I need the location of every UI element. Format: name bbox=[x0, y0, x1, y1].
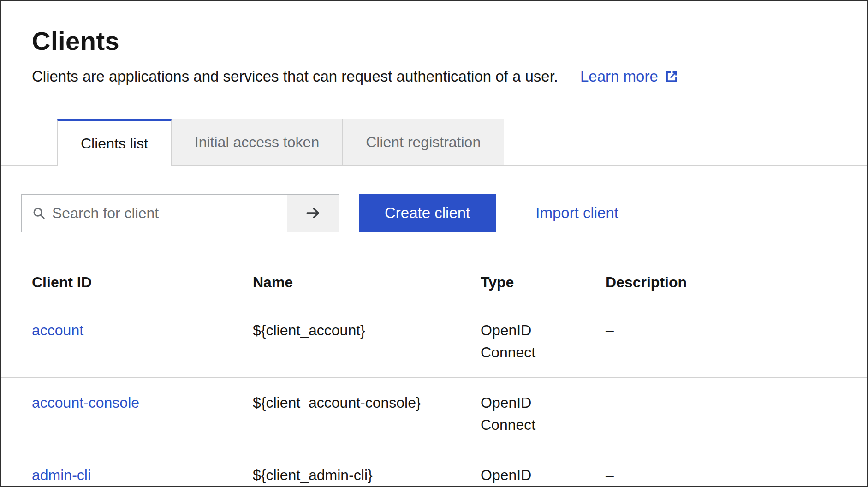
column-header-description: Description bbox=[606, 255, 867, 305]
create-client-button[interactable]: Create client bbox=[359, 194, 496, 232]
table-row: admin-cli ${client_admin-cli} OpenID Con… bbox=[1, 450, 867, 487]
tab-clients-list[interactable]: Clients list bbox=[57, 119, 172, 166]
learn-more-label: Learn more bbox=[580, 67, 658, 86]
page-subtitle: Clients are applications and services th… bbox=[32, 67, 558, 86]
tab-client-registration[interactable]: Client registration bbox=[342, 119, 504, 165]
tab-client-registration-label: Client registration bbox=[366, 134, 481, 151]
table-row: account ${client_account} OpenID Connect… bbox=[1, 305, 867, 378]
type-cell: OpenID Connect bbox=[481, 450, 606, 487]
type-text: OpenID Connect bbox=[481, 319, 564, 363]
table-header-row: Client ID Name Type Description bbox=[1, 255, 867, 305]
name-cell: ${client_account} bbox=[253, 305, 481, 378]
column-header-name: Name bbox=[253, 255, 481, 305]
tab-clients-list-label: Clients list bbox=[81, 135, 148, 152]
description-cell: – bbox=[606, 450, 867, 487]
page-title: Clients bbox=[32, 27, 836, 55]
type-cell: OpenID Connect bbox=[481, 378, 606, 450]
learn-more-link[interactable]: Learn more bbox=[580, 67, 678, 86]
type-text: OpenID Connect bbox=[481, 392, 564, 436]
search-submit-button[interactable] bbox=[287, 194, 339, 232]
name-cell: ${client_admin-cli} bbox=[253, 450, 481, 487]
type-cell: OpenID Connect bbox=[481, 305, 606, 378]
import-client-link[interactable]: Import client bbox=[535, 204, 618, 222]
arrow-right-icon bbox=[305, 205, 321, 221]
client-link[interactable]: account bbox=[32, 322, 83, 339]
tab-initial-access-token[interactable]: Initial access token bbox=[171, 119, 343, 165]
search-icon bbox=[22, 206, 52, 220]
column-header-type: Type bbox=[481, 255, 606, 305]
client-id-cell: admin-cli bbox=[1, 450, 253, 487]
description-cell: – bbox=[606, 378, 867, 450]
toolbar: Create client Import client bbox=[21, 194, 867, 232]
clients-page: Clients Clients are applications and ser… bbox=[0, 0, 868, 487]
tabs: Clients list Initial access token Client… bbox=[1, 119, 867, 166]
clients-table: Client ID Name Type Description account … bbox=[1, 255, 867, 487]
external-link-icon bbox=[665, 70, 678, 83]
column-header-client-id: Client ID bbox=[1, 255, 253, 305]
clients-table-container: Client ID Name Type Description account … bbox=[1, 255, 867, 487]
client-id-cell: account bbox=[1, 305, 253, 378]
tab-initial-access-token-label: Initial access token bbox=[195, 134, 319, 151]
type-text: OpenID Connect bbox=[481, 464, 564, 487]
client-link[interactable]: admin-cli bbox=[32, 467, 91, 483]
client-id-cell: account-console bbox=[1, 378, 253, 450]
name-cell: ${client_account-console} bbox=[253, 378, 481, 450]
page-header: Clients Clients are applications and ser… bbox=[1, 1, 867, 86]
table-row: account-console ${client_account-console… bbox=[1, 378, 867, 450]
search-input[interactable] bbox=[52, 205, 287, 222]
page-subtitle-row: Clients are applications and services th… bbox=[32, 67, 836, 86]
description-cell: – bbox=[606, 305, 867, 378]
client-link[interactable]: account-console bbox=[32, 394, 139, 411]
search-box bbox=[21, 194, 287, 232]
